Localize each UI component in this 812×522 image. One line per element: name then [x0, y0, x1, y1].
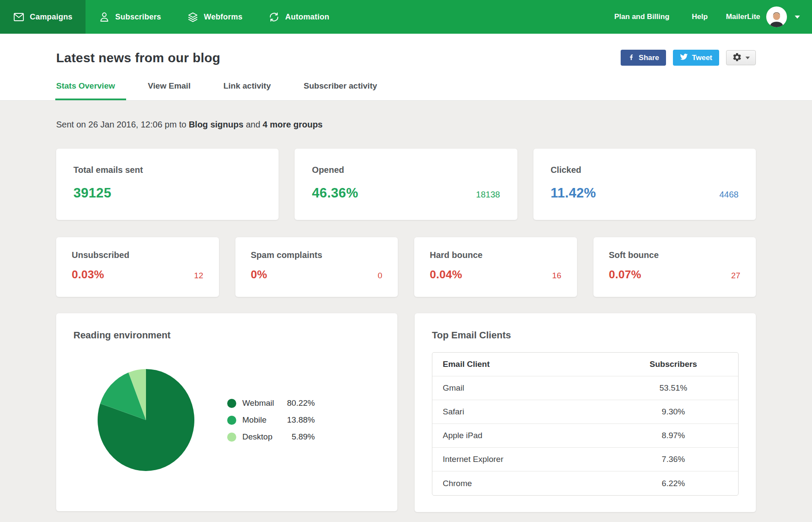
avatar — [766, 6, 787, 27]
top-email-clients-title: Top Email Clients — [432, 330, 739, 341]
legend-value: 5.89% — [284, 432, 315, 442]
reading-environment-pie-chart — [96, 367, 196, 473]
nav-label-automation: Automation — [285, 13, 329, 22]
stat-label: Clicked — [551, 165, 739, 175]
reading-environment-title: Reading environment — [73, 330, 380, 341]
stat-value: 0.07% — [609, 268, 641, 281]
stat-count: 27 — [731, 271, 740, 280]
stat-value: 0% — [251, 268, 267, 281]
twitter-tweet-button[interactable]: Tweet — [673, 50, 719, 66]
card-opened: Opened 46.36% 18138 — [295, 149, 517, 220]
chevron-down-icon[interactable] — [795, 16, 800, 19]
layers-icon — [187, 11, 199, 23]
legend-item-webmail: Webmail 80.22% — [227, 398, 315, 408]
legend-marker-webmail — [227, 399, 236, 408]
email-clients-table: Email Client Subscribers Gmail 53.51% Sa… — [432, 352, 739, 496]
chevron-down-icon — [745, 57, 750, 59]
table-header-row: Email Client Subscribers — [432, 353, 738, 376]
stat-value: 46.36% — [312, 185, 358, 201]
legend-label: Mobile — [242, 415, 284, 425]
client-name: Chrome — [432, 479, 609, 488]
sent-summary: Sent on 26 Jan 2016, 12:06 pm to Blog si… — [56, 120, 756, 130]
stat-value: 0.03% — [72, 268, 104, 281]
tweet-button-label: Tweet — [692, 54, 712, 62]
facebook-icon — [628, 53, 635, 63]
column-header-subscribers: Subscribers — [609, 360, 738, 369]
nav-item-campaigns[interactable]: Campaigns — [0, 0, 86, 34]
nav-item-subscribers[interactable]: Subscribers — [86, 0, 174, 34]
person-icon — [98, 11, 110, 23]
stat-label: Total emails sent — [73, 165, 261, 175]
card-clicked: Clicked 11.42% 4468 — [533, 149, 756, 220]
card-unsubscribed: Unsubscribed 0.03% 12 — [56, 237, 219, 297]
table-row: Internet Explorer 7.36% — [432, 448, 738, 471]
stat-label: Unsubscribed — [72, 250, 203, 260]
card-total-emails-sent: Total emails sent 39125 — [56, 149, 279, 220]
account-menu[interactable]: MailerLite — [719, 6, 800, 27]
client-name: Apple iPad — [432, 431, 609, 440]
stat-count: 4468 — [719, 190, 739, 200]
legend-value: 80.22% — [284, 398, 315, 408]
client-share: 53.51% — [609, 383, 738, 393]
tab-link-activity[interactable]: Link activity — [223, 81, 271, 100]
sent-group-name: Blog signups — [189, 120, 244, 129]
legend-label: Webmail — [242, 398, 284, 408]
stat-value: 39125 — [73, 185, 111, 201]
top-nav: Campaigns Subscribers Webforms Automatio… — [0, 0, 812, 34]
sent-more-groups[interactable]: 4 more groups — [263, 120, 323, 129]
stat-count: 0 — [377, 271, 382, 280]
legend-marker-mobile — [227, 416, 236, 425]
card-spam-complaints: Spam complaints 0% 0 — [235, 237, 398, 297]
main-content: Sent on 26 Jan 2016, 12:06 pm to Blog si… — [0, 120, 812, 512]
envelope-icon — [13, 11, 25, 23]
page-title: Latest news from our blog — [56, 51, 220, 65]
table-row: Chrome 6.22% — [432, 471, 738, 495]
nav-item-webforms[interactable]: Webforms — [174, 0, 255, 34]
client-share: 8.97% — [609, 431, 738, 440]
nav-item-automation[interactable]: Automation — [255, 0, 342, 34]
stat-count: 16 — [552, 271, 561, 280]
reading-environment-panel: Reading environment Webmail 80.22% Mobil… — [56, 313, 397, 511]
table-row: Safari 9.30% — [432, 400, 738, 424]
tab-view-email[interactable]: View Email — [148, 81, 190, 100]
client-share: 6.22% — [609, 479, 738, 488]
pie-legend: Webmail 80.22% Mobile 13.88% Desktop 5.8… — [227, 398, 315, 442]
nav-link-plan-billing[interactable]: Plan and Billing — [603, 13, 681, 21]
client-name: Gmail — [432, 383, 609, 393]
stat-label: Hard bounce — [430, 250, 561, 260]
nav-link-help[interactable]: Help — [681, 13, 719, 21]
card-soft-bounce: Soft bounce 0.07% 27 — [593, 237, 756, 297]
top-email-clients-panel: Top Email Clients Email Client Subscribe… — [415, 313, 756, 512]
facebook-share-button[interactable]: Share — [621, 50, 666, 66]
table-row: Gmail 53.51% — [432, 376, 738, 400]
nav-main-menu: Campaigns Subscribers Webforms Automatio… — [0, 0, 342, 34]
share-button-label: Share — [639, 54, 659, 62]
nav-label-campaigns: Campaigns — [30, 13, 73, 22]
legend-marker-desktop — [227, 433, 236, 442]
tab-stats-overview[interactable]: Stats Overview — [56, 81, 115, 100]
nav-label-webforms: Webforms — [204, 13, 242, 22]
card-hard-bounce: Hard bounce 0.04% 16 — [414, 237, 577, 297]
page-header: Latest news from our blog Share Tweet — [0, 34, 812, 101]
stat-value: 11.42% — [551, 185, 596, 201]
account-name: MailerLite — [726, 13, 760, 21]
settings-dropdown-button[interactable] — [726, 50, 756, 65]
stat-label: Soft bounce — [609, 250, 741, 260]
sync-icon — [268, 11, 280, 23]
legend-item-desktop: Desktop 5.89% — [227, 432, 315, 442]
column-header-email-client: Email Client — [432, 360, 609, 369]
stat-label: Opened — [312, 165, 500, 175]
stat-label: Spam complaints — [251, 250, 383, 260]
stat-value: 0.04% — [430, 268, 462, 281]
gear-icon — [732, 52, 742, 64]
tab-subscriber-activity[interactable]: Subscriber activity — [304, 81, 377, 100]
bottom-panels-row: Reading environment Webmail 80.22% Mobil… — [56, 313, 756, 512]
tab-bar: Stats Overview View Email Link activity … — [56, 81, 756, 100]
client-share: 7.36% — [609, 455, 738, 464]
client-share: 9.30% — [609, 407, 738, 417]
table-row: Apple iPad 8.97% — [432, 424, 738, 448]
legend-item-mobile: Mobile 13.88% — [227, 415, 315, 425]
legend-value: 13.88% — [284, 415, 315, 425]
nav-right: Plan and Billing Help MailerLite — [603, 0, 812, 34]
twitter-bird-icon — [680, 53, 688, 63]
